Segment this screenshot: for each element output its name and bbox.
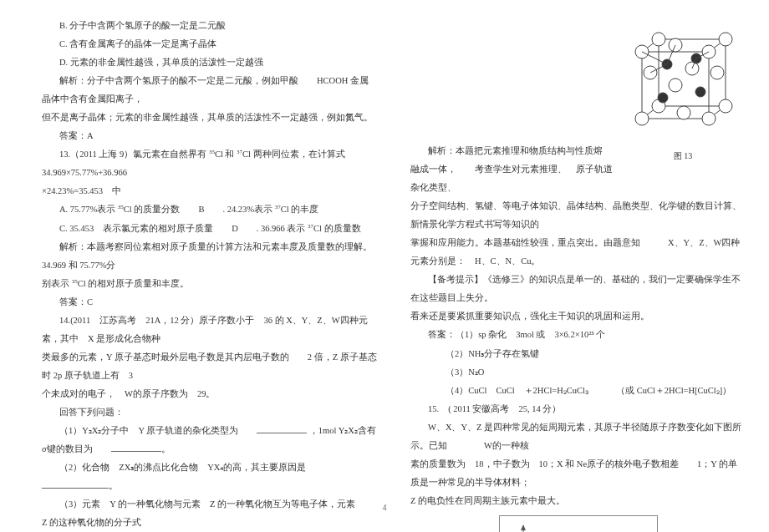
crystal-structure-icon	[617, 18, 742, 144]
q13a-t2: Cl 的质量分数 B . 24.23%表示	[124, 205, 272, 214]
iso35b: 35	[72, 277, 78, 284]
svg-point-17	[702, 112, 716, 125]
analysis-line1: 解析：分子中含两个氢原子的酸不一定是二元酸，例如甲酸 HCOOH 金属晶体中含有…	[42, 72, 377, 109]
answer-head: 答案：（1）sp 杂化 3mol 或 3×6.2×10²³ 个	[410, 326, 746, 344]
q14-2a: （2）化合物 ZX₃的沸点比化合物 YX₄的高，其主要原因是	[59, 463, 324, 472]
iso35a: 35	[118, 204, 124, 210]
q14-line3: 个未成对的电子， W的原子序数为 29。	[42, 385, 377, 403]
svg-marker-36	[521, 524, 526, 530]
q15-line3: 素的质量数为 18，中子数为 10；X 和 Ne原子的核外电子数相差 1；Y 的…	[410, 455, 746, 492]
option-c: C. 含有金属离子的晶体一定是离子晶体	[42, 35, 377, 53]
exam-tip1: 【备考提示】《选修三》的知识点是单一的、基础的，我们一定要确保学生不在这些题目上…	[410, 271, 746, 307]
svg-line-30	[642, 52, 667, 64]
answer-sub2: （2）NH₃分子存在氢键	[410, 345, 746, 363]
svg-point-16	[635, 112, 649, 125]
q13a-t3: Cl 的丰度	[281, 205, 319, 214]
left-column: B. 分子中含两个氢原子的酸一定是二元酸 C. 含有金属离子的晶体一定是离子晶体…	[42, 17, 377, 532]
q14-line1: 14.(2011 江苏高考 21A，12 分）原子序数小于 36 的 X、Y、Z…	[42, 312, 377, 348]
figure-13-label: 图 13	[620, 147, 746, 165]
option-b: B. 分子中含两个氢原子的酸一定是二元酸	[42, 17, 377, 35]
svg-point-21	[710, 66, 724, 79]
svg-point-23	[677, 106, 690, 119]
answer-13: 答案：C	[42, 293, 377, 312]
exam-tip2: 看来还是要紧抓重要知识点，强化主干知识的巩固和运用。	[410, 307, 746, 326]
analysis-line2: 但不是离子晶体；元素的非金属性越强，其单质的活泼性不一定越强，例如氮气。	[42, 109, 377, 127]
q13-opt-c: C. 35.453 表示氯元素的相对原子质量 D . 36.966 表示 37C…	[42, 220, 377, 238]
q13c-t2: Cl 的质量数	[313, 224, 361, 233]
page-number: 4	[0, 503, 769, 512]
svg-point-28	[658, 93, 668, 103]
q14-1a: （1）Y₂X₂分子中 Y 原子轨道的杂化类型为	[59, 426, 257, 435]
q15-line2: W、X、Y、Z 是四种常见的短周期元素，其原子半径随原子序数变化如下图所示。已知…	[410, 418, 746, 455]
option-d: D. 元素的非金属性越强，其单质的活泼性一定越强	[42, 53, 377, 72]
q13-opt-a: A. 75.77%表示 35Cl 的质量分数 B . 24.23%表示 37Cl…	[42, 200, 377, 219]
q13ana2b: Cl 的相对原子质量和丰度。	[78, 279, 190, 288]
q13-text1: 13.（2011 上海 9）氯元素在自然界有	[59, 149, 206, 159]
q14-2b: 。	[109, 481, 118, 490]
q13ana2a: 别表示	[42, 279, 69, 288]
chart-svg: WXYZ 原子半径 原子序数	[500, 516, 659, 532]
q14-sub1: （1）Y₂X₂分子中 Y 原子轨道的杂化类型为 ，1mol Y₂X₂含有σ键的数…	[42, 422, 377, 459]
q14-line2: 类最多的元素，Y 原子基态时最外层电子数是其内层电子数的 2 倍，Z 原子基态时…	[42, 348, 377, 385]
isotope-37: 37	[237, 149, 242, 155]
right-column: 图 13 解析：本题把元素推理和物质结构与性质熔融成一体， 考查学生对元素推理、…	[410, 17, 746, 532]
q14-prompt: 回答下列问题：	[42, 403, 377, 422]
q13-text2: Cl 和	[215, 149, 235, 159]
q14-1c: 。	[161, 444, 171, 453]
svg-point-14	[652, 33, 665, 46]
q13-analysis1: 解析：本题考察同位素相对原子质量的计算方法和元素丰度及质量数的理解。 34.96…	[42, 238, 377, 275]
svg-point-15	[719, 33, 732, 46]
answer-sub3: （3）N₂O	[410, 363, 746, 382]
blank	[257, 425, 307, 434]
q15-line1: 15. ( 2011 安徽高考 25, 14 分）	[410, 400, 746, 418]
q14-sub2: （2）化合物 ZX₃的沸点比化合物 YX₄的高，其主要原因是 。	[42, 459, 377, 495]
q13a-t1: A. 75.77%表示	[59, 205, 115, 214]
analysis-r3: 掌握和应用能力。本题基础性较强，重点突出。由题意知 X、Y、Z、W四种元素分别是…	[410, 234, 746, 271]
answer-12: 答案：A	[42, 127, 377, 145]
analysis-r2: 分子空间结构、氢键、等电子体知识、晶体结构、晶胞类型、化学键的数目计算、新情景化…	[410, 197, 746, 234]
atomic-radius-chart: WXYZ 原子半径 原子序数	[499, 515, 658, 532]
q13c-t1: C. 35.453 表示氯元素的相对原子质量 D . 36.966 表示	[59, 224, 305, 233]
q14-sub3a: （3）元素 Y 的一种氧化物与元素 Z 的一种氧化物互为等电子体，元素 Z 的这…	[42, 495, 377, 532]
isotope-35: 35	[209, 149, 215, 155]
answer-sub4: （4）CuCl CuCl ＋2HCl=H₂CuCl₃ （或 CuCl＋2HCl=…	[410, 382, 746, 400]
q13-line1: 13.（2011 上海 9）氯元素在自然界有 35Cl 和 37Cl 两种同位素…	[42, 145, 377, 182]
svg-point-19	[719, 99, 732, 113]
blank	[42, 480, 109, 489]
q13-analysis2: 别表示 35Cl 的相对原子质量和丰度。	[42, 275, 377, 293]
iso37a: 37	[275, 204, 281, 210]
blank	[111, 443, 161, 453]
svg-point-29	[695, 87, 705, 97]
svg-point-24	[669, 79, 682, 92]
q13-line2: ×24.23%=35.453 中	[42, 182, 377, 200]
